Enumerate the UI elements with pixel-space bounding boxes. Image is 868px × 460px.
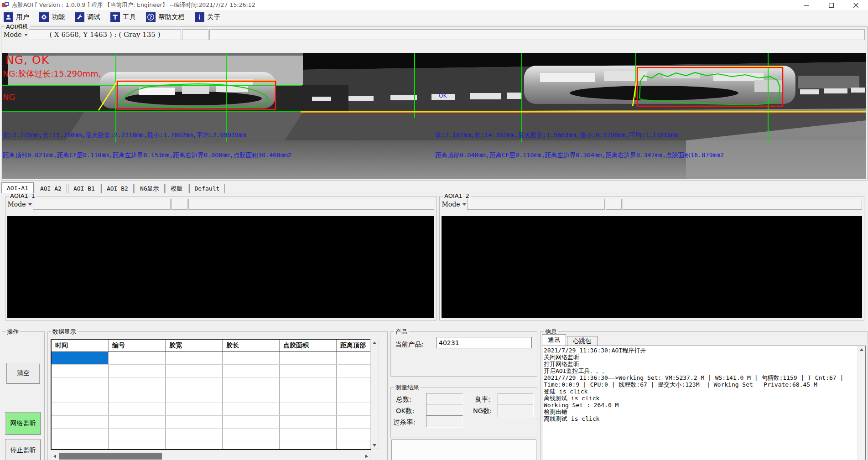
column-distance-top[interactable]: 距离顶部 [337, 340, 372, 352]
tab-aoi-b2[interactable]: AOI-B2 [101, 184, 134, 193]
aoia1-2-field2[interactable] [606, 199, 622, 210]
window-title: 点胶AOI [ Version : 1.0.0.9 ] 程序 【当前用户: En… [12, 1, 255, 9]
comms-log[interactable]: 2021/7/29 11:36:30:AOI程序打开 关闭网络监听 打开网络监听… [542, 346, 866, 460]
ng-flag-text: NG [3, 93, 15, 102]
aoia1-2-field3[interactable] [623, 199, 862, 210]
log-line: 开启AOI监控工具。。。 [544, 367, 857, 374]
aoia1-1-mode-dropdown[interactable]: Mode [7, 199, 32, 210]
tool-t-icon [110, 12, 120, 22]
chevron-down-icon [28, 203, 32, 206]
scroll-left-icon[interactable] [51, 453, 58, 460]
aoia1-1-field2[interactable] [172, 199, 187, 210]
aoia1-1-image-view[interactable] [7, 216, 434, 318]
ok-count-label: OK数: [396, 407, 414, 415]
log-line: 离线测试 is click [544, 415, 857, 422]
tab-default[interactable]: Default [189, 184, 225, 193]
clear-button[interactable]: 清空 [6, 363, 40, 384]
tab-comms[interactable]: 通讯 [542, 334, 566, 346]
overkill-label: 过杀率: [393, 418, 415, 427]
aoia1-2-mode-label: Mode [442, 201, 460, 208]
log-line: 检测出错 [544, 408, 857, 415]
log-scrollbar[interactable] [858, 346, 865, 460]
camera-image-view[interactable]: NG, OK NG:胶体过长:15.290mm, NG OK 宽:2.215mm… [2, 53, 866, 179]
maximize-button[interactable] [819, 0, 843, 10]
network-listen-button[interactable]: 网络监听 [5, 412, 41, 435]
main-toolbar: 用户 功能 调试 工具 ? 帮助文档 [0, 10, 868, 24]
toolbar-help-label: 帮助文档 [158, 13, 185, 21]
scroll-down-icon[interactable] [858, 458, 865, 460]
aoia1-2-image-view[interactable] [442, 216, 862, 318]
info-tab-strip: 通讯 心跳包 [542, 335, 598, 346]
toolbar-user-button[interactable]: 用户 [4, 12, 29, 22]
tab-ng-display[interactable]: NG显示 [135, 184, 165, 193]
measurement-table: 时间 编号 胶宽 胶长 点胶面积 距离顶部 [51, 339, 371, 450]
stop-listen-button[interactable]: 停止监听 [5, 439, 41, 460]
table-row[interactable] [52, 441, 371, 450]
scroll-up-icon[interactable] [371, 339, 378, 346]
left-measurement-line1: 宽:2.215mm,长:15.290mm,最大胶宽:2.2218mm,最小:1.… [3, 131, 246, 140]
tab-heartbeat[interactable]: 心跳包 [567, 336, 598, 346]
toolbar-debug-button[interactable]: 调试 [75, 12, 100, 22]
camera-field-long[interactable] [209, 29, 865, 40]
minimize-button[interactable] [794, 0, 819, 10]
table-vertical-scrollbar[interactable] [370, 339, 379, 449]
aoia1-2-mode-dropdown[interactable]: Mode [442, 199, 466, 210]
camera-mode-dropdown[interactable]: Mode [3, 29, 28, 40]
aoia1-2-groupbox: AOIA1_2 Mode [439, 196, 864, 320]
data-display-groupbox: 数据显示 时间 编号 胶宽 胶长 点胶面积 距离顶部 [47, 331, 388, 460]
table-row[interactable] [52, 377, 371, 390]
chevron-down-icon [24, 34, 28, 36]
table-horizontal-scrollbar[interactable] [51, 452, 370, 460]
log-line: 登陆 is click [544, 388, 857, 395]
current-product-label: 当前产品: [395, 340, 424, 349]
aoia1-2-field1[interactable] [467, 199, 605, 210]
toolbar-tools-button[interactable]: 工具 [110, 12, 136, 22]
current-product-input[interactable] [437, 337, 532, 348]
selected-cell[interactable] [52, 352, 109, 365]
info-groupbox: 信息 通讯 心跳包 2021/7/29 11:36:30:AOI程序打开 关闭网… [540, 331, 868, 460]
scroll-up-icon[interactable] [858, 346, 865, 353]
log-line: 2021/7/29 11:36:30——>Working Set: VM:523… [544, 374, 857, 381]
tab-aoi-a2[interactable]: AOI-A2 [35, 184, 67, 193]
chevron-down-icon [463, 203, 466, 206]
tab-template[interactable]: 模版 [166, 184, 188, 193]
scroll-down-icon[interactable] [371, 442, 378, 449]
tab-aoi-b1[interactable]: AOI-B1 [68, 184, 100, 193]
aoia1-1-field3[interactable] [188, 199, 434, 210]
ng-count-label: NG数: [473, 407, 492, 415]
column-time[interactable]: 时间 [52, 340, 109, 352]
close-button[interactable] [843, 0, 868, 10]
table-row[interactable] [52, 390, 371, 403]
table-row[interactable] [52, 365, 371, 377]
table-row[interactable] [52, 429, 371, 441]
results-groupbox: 测量结果 总数: 良率: OK数: NG数: 过杀率: [390, 387, 537, 438]
table-row[interactable] [52, 403, 371, 416]
camera-coordinates-readout: ( X 6568, Y 1463 ) : ( Gray 135 ) [29, 29, 181, 40]
toolbar-function-button[interactable]: 功能 [39, 12, 65, 22]
aoia1-1-field1[interactable] [33, 199, 171, 210]
camera-coordinates-text: ( X 6568, Y 1463 ) : ( Gray 135 ) [49, 31, 160, 39]
operations-group-label: 操作 [5, 328, 20, 336]
column-glue-area[interactable]: 点胶面积 [280, 340, 337, 352]
column-glue-width[interactable]: 胶宽 [166, 340, 223, 352]
column-glue-length[interactable]: 胶长 [223, 340, 280, 352]
scroll-right-icon[interactable] [363, 453, 370, 460]
aoia1-2-mode-row: Mode [442, 199, 862, 210]
tab-aoi-a1[interactable]: AOI-A1 [1, 182, 34, 193]
log-line: 关闭网络监听 [544, 354, 857, 361]
aoi-tab-panel: AOIA1_1 Mode AOIA1_2 Mode [1, 193, 867, 323]
toolbar-help-button[interactable]: ? 帮助文档 [146, 12, 185, 22]
table-row[interactable] [52, 352, 371, 365]
ng-reason-text: NG:胶体过长:15.290mm, [3, 69, 101, 78]
column-id[interactable]: 编号 [109, 340, 166, 352]
camera-field-small[interactable] [182, 29, 208, 40]
toolbar-about-button[interactable]: 关于 [195, 12, 220, 22]
minimize-icon [804, 3, 809, 8]
aoia1-1-label: AOIA1_1 [9, 192, 36, 199]
info-icon [195, 12, 204, 22]
table-row[interactable] [52, 416, 371, 429]
results-group-label: 测量结果 [394, 383, 421, 392]
toolbar-debug-label: 调试 [87, 13, 100, 21]
scrollbar-thumb[interactable] [59, 453, 162, 460]
aoi-tab-strip: AOI-A1 AOI-A2 AOI-B1 AOI-B2 NG显示 模版 Defa… [1, 183, 226, 193]
